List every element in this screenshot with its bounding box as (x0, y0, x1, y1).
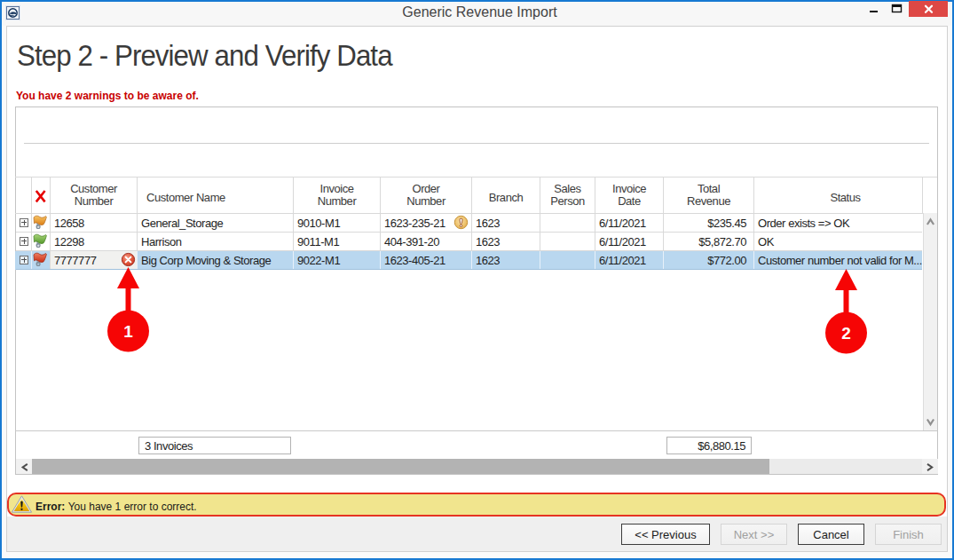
svg-text:1: 1 (123, 322, 133, 341)
svg-text:2: 2 (841, 324, 851, 343)
